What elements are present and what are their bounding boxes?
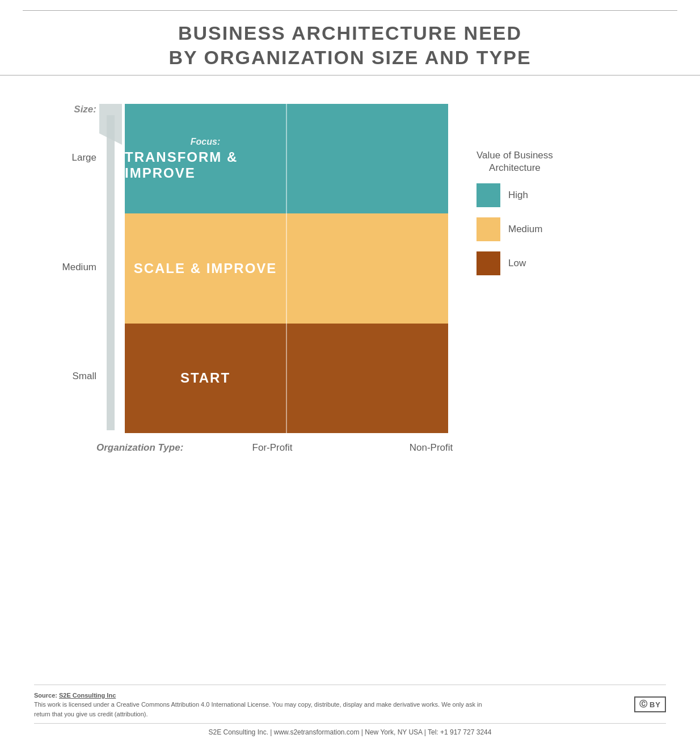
focus-label-top: Focus:: [191, 137, 220, 147]
title-section: BUSINESS ARCHITECTURE NEED BY ORGANIZATI…: [0, 11, 700, 75]
source-text: Source: S2E Consulting Inc This work is …: [34, 691, 499, 719]
legend-item-medium: Medium: [476, 217, 553, 241]
main-title: BUSINESS ARCHITECTURE NEED BY ORGANIZATI…: [23, 21, 677, 69]
chart-container: Size: Large Medium Small: [34, 104, 666, 433]
org-type-label: Organization Type:: [96, 442, 193, 454]
size-axis-label: Size:: [74, 104, 96, 115]
y-axis-labels: Size: Large Medium Small: [34, 104, 96, 433]
cc-by-text: BY: [650, 700, 661, 709]
footer-top-rule: [34, 685, 666, 685]
top-left-cell: Focus: TRANSFORM & IMPROVE: [125, 104, 286, 213]
license-text: This work is licensed under a Creative C…: [34, 701, 482, 717]
source-name[interactable]: S2E Consulting Inc: [59, 692, 116, 699]
footer-section: Source: S2E Consulting Inc This work is …: [0, 674, 700, 744]
footer-bottom-text: S2E Consulting Inc. | www.s2etransformat…: [34, 724, 666, 743]
small-label: Small: [72, 371, 96, 382]
legend-label-medium: Medium: [508, 224, 542, 235]
legend-item-low: Low: [476, 251, 553, 275]
legend-box-medium: [476, 217, 500, 241]
grid-column: Focus: TRANSFORM & IMPROVE SCALE & IMPRO…: [125, 104, 448, 433]
legend-title: Value of BusinessArchitecture: [476, 149, 553, 174]
bot-cell-label: START: [180, 370, 230, 386]
source-line: Source: S2E Consulting Inc This work is …: [34, 691, 666, 724]
medium-label: Medium: [62, 262, 96, 273]
large-label: Large: [72, 152, 96, 163]
top-cell-label: TRANSFORM & IMPROVE: [125, 149, 286, 181]
legend: Value of BusinessArchitecture High Mediu…: [476, 149, 553, 286]
arrow-column: [96, 104, 125, 433]
legend-item-high: High: [476, 183, 553, 207]
bot-row: START: [125, 324, 448, 433]
top-row: Focus: TRANSFORM & IMPROVE: [125, 104, 448, 213]
source-prefix: Source:: [34, 692, 59, 699]
up-arrow-icon: [99, 104, 122, 433]
top-right-cell: [287, 104, 448, 213]
matrix-area: Focus: TRANSFORM & IMPROVE SCALE & IMPRO…: [96, 104, 448, 433]
cc-icon: Ⓒ: [639, 699, 647, 710]
legend-box-low: [476, 251, 500, 275]
mid-left-cell: SCALE & IMPROVE: [125, 213, 286, 323]
legend-box-high: [476, 183, 500, 207]
cc-badge: Ⓒ BY: [634, 696, 666, 712]
content-area: Size: Large Medium Small: [0, 75, 700, 629]
for-profit-label: For-Profit: [193, 442, 352, 454]
x-axis-row: Organization Type: For-Profit Non-Profit: [96, 442, 511, 454]
non-profit-label: Non-Profit: [352, 442, 511, 454]
legend-label-low: Low: [508, 258, 526, 269]
legend-label-high: High: [508, 190, 528, 201]
bot-left-cell: START: [125, 324, 286, 433]
bot-right-cell: [287, 324, 448, 433]
mid-row: SCALE & IMPROVE: [125, 213, 448, 323]
mid-right-cell: [287, 213, 448, 323]
mid-cell-label: SCALE & IMPROVE: [134, 261, 277, 276]
